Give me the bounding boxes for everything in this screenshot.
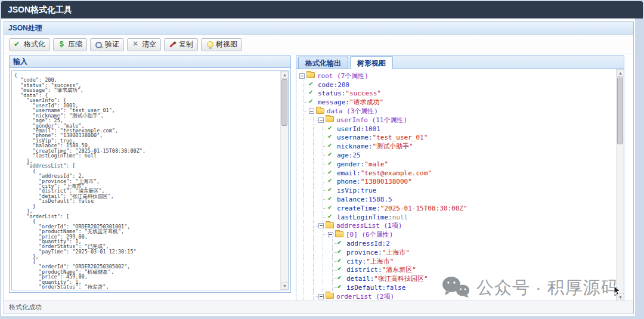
tree-guide bbox=[299, 98, 309, 107]
tree-guide bbox=[299, 116, 309, 125]
collapse-toggle-icon[interactable] bbox=[328, 232, 333, 237]
tab-formatted[interactable]: 格式化输出 bbox=[298, 57, 348, 69]
tree-row[interactable]: phone: "13800138000" bbox=[299, 178, 616, 187]
tree-row[interactable]: city: "上海市" bbox=[299, 257, 616, 266]
collapse-toggle-icon[interactable] bbox=[299, 73, 305, 79]
check-icon bbox=[338, 240, 345, 247]
tree-row[interactable]: addressId: 2 bbox=[299, 239, 616, 248]
toolbar-button-treeview[interactable]: 树视图 bbox=[201, 38, 242, 51]
tree-row[interactable]: lastLoginTime: null bbox=[299, 213, 616, 222]
scroll-up-icon[interactable]: ▲ bbox=[281, 71, 289, 79]
tree-row[interactable]: root (7个属性) bbox=[299, 72, 616, 80]
scroll-down-icon[interactable]: ▼ bbox=[281, 282, 289, 290]
toolbar-button-format[interactable]: 格式化 bbox=[9, 38, 50, 51]
tree-panel: root (7个属性)code: 200status: "success"mes… bbox=[296, 69, 624, 302]
tree-scrollbar[interactable]: ▲ ▼ bbox=[616, 69, 624, 301]
json-input[interactable]: { "code": 200, "status": "success", "mes… bbox=[12, 71, 280, 290]
tree-node-label: root (7个属性) bbox=[317, 72, 369, 80]
collapse-toggle-icon[interactable] bbox=[318, 117, 324, 123]
tree-row[interactable]: username: "test_user_01" bbox=[299, 134, 616, 143]
tree-guide bbox=[309, 204, 318, 213]
scroll-up-icon[interactable]: ▲ bbox=[617, 69, 624, 77]
tree-row[interactable]: status: "success" bbox=[299, 89, 616, 98]
collapse-toggle-icon[interactable] bbox=[318, 223, 324, 228]
tree-row[interactable]: nickname: "测试小助手" bbox=[299, 142, 616, 151]
tree-row[interactable]: isDefault: false bbox=[299, 283, 616, 292]
brush-icon bbox=[169, 41, 177, 49]
tree-guide bbox=[318, 274, 328, 283]
tree-guide bbox=[309, 248, 318, 257]
tree-row[interactable]: gender: "male" bbox=[299, 160, 616, 169]
tree-guide bbox=[328, 257, 338, 266]
tree-guide bbox=[318, 178, 328, 187]
tree-guide bbox=[299, 125, 309, 134]
tree-node-key: username: bbox=[337, 134, 373, 141]
check-icon bbox=[338, 258, 345, 265]
tree-guide bbox=[309, 125, 318, 134]
tree-row[interactable]: email: "test@example.com" bbox=[299, 169, 616, 178]
toolbar-button-clear[interactable]: 清空 bbox=[127, 38, 161, 51]
tree-row[interactable]: orderList (2项) bbox=[299, 292, 616, 301]
tree-node-key: district: bbox=[346, 266, 382, 274]
tree-node-key: code: bbox=[318, 81, 338, 89]
tree-node-value: "2025-01-15T08:30:00Z" bbox=[380, 205, 467, 212]
tree-node-key: message: bbox=[318, 98, 349, 106]
tree-row[interactable]: userInfo (11个属性) bbox=[299, 116, 616, 125]
toolbar-button-compress[interactable]: 压缩 bbox=[53, 38, 87, 51]
check-icon bbox=[328, 125, 336, 133]
tree-node-key: province: bbox=[346, 249, 382, 256]
tree-row[interactable]: addressList (1项) bbox=[299, 222, 616, 231]
tree-guide bbox=[309, 142, 318, 151]
tree-guide bbox=[318, 230, 328, 239]
tree-guide bbox=[299, 248, 309, 257]
toolbar-button-validate[interactable]: 验证 bbox=[90, 38, 124, 51]
tree-guide bbox=[309, 160, 318, 169]
tree-guide bbox=[309, 239, 318, 248]
tree-guide bbox=[299, 142, 309, 151]
output-tabbar: 格式化输出树形视图 bbox=[296, 55, 624, 69]
check-icon bbox=[338, 266, 345, 274]
tree-node-key: city: bbox=[346, 258, 366, 265]
tree-guide bbox=[299, 266, 309, 275]
tree-guide bbox=[299, 195, 309, 204]
tree-node-value: "success" bbox=[345, 89, 381, 97]
collapse-toggle-icon[interactable] bbox=[318, 294, 324, 299]
tab-tree[interactable]: 树形视图 bbox=[350, 56, 393, 69]
toolbar-button-copy[interactable]: 复制 bbox=[164, 38, 198, 51]
tree-node-key: isDefault: bbox=[346, 284, 386, 292]
tree-node-value: "test@example.com" bbox=[361, 169, 432, 177]
tree-guide bbox=[299, 222, 309, 231]
tree-node-value: 1588.5 bbox=[369, 196, 392, 203]
input-box: { "code": 200, "status": "success", "mes… bbox=[11, 70, 289, 290]
tree-row[interactable]: [0] (6个属性) bbox=[299, 230, 616, 239]
tree-row[interactable]: createTime: "2025-01-15T08:30:00Z" bbox=[299, 204, 616, 213]
collapse-toggle-icon[interactable] bbox=[309, 109, 314, 114]
tree-node-value: true bbox=[361, 187, 377, 194]
tree-guide bbox=[328, 283, 338, 292]
tree-row[interactable]: code: 200 bbox=[299, 80, 616, 89]
tree-row[interactable]: data (3个属性) bbox=[299, 107, 616, 116]
tree-row[interactable]: message: "请求成功" bbox=[299, 98, 616, 107]
input-scrollbar[interactable]: ▲ ▼ bbox=[280, 71, 288, 290]
tree-node-key: isVip: bbox=[337, 187, 361, 194]
tree-node-value: 25 bbox=[353, 151, 361, 159]
tree-guide bbox=[318, 213, 328, 222]
tree-row[interactable]: age: 25 bbox=[299, 151, 616, 160]
tree-node-label: addressList (1项) bbox=[336, 221, 402, 230]
folder-icon bbox=[335, 231, 343, 237]
input-scroll-thumb[interactable] bbox=[281, 79, 287, 126]
tree-row[interactable]: userId: 1001 bbox=[299, 125, 616, 134]
tree-row[interactable]: district: "浦东新区" bbox=[299, 266, 616, 275]
tree-guide bbox=[309, 274, 318, 283]
input-panel-header: 输入 bbox=[10, 56, 290, 68]
json-tool-panel: JSON处理 格式化压缩验证清空复制树视图 输入 { "code": 200, … bbox=[4, 21, 634, 314]
tree-guide bbox=[328, 248, 338, 257]
tree-row[interactable]: balance: 1588.5 bbox=[299, 195, 616, 204]
tree-row[interactable]: province: "上海市" bbox=[299, 248, 616, 257]
tree-scroll-thumb[interactable] bbox=[617, 78, 623, 144]
tree-row[interactable]: detail: "张江高科技园区" bbox=[299, 274, 616, 283]
check-icon bbox=[309, 81, 317, 89]
tree-row[interactable]: isVip: true bbox=[299, 186, 616, 195]
tree-guide bbox=[318, 257, 328, 266]
check-icon bbox=[328, 143, 336, 150]
